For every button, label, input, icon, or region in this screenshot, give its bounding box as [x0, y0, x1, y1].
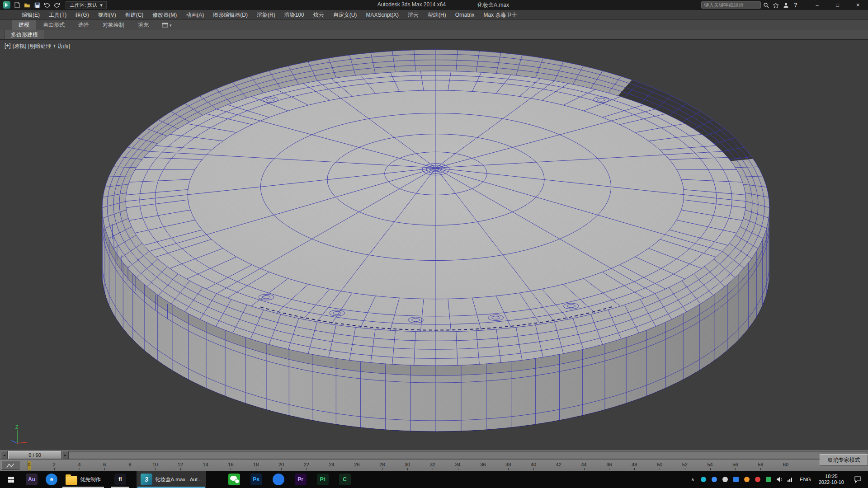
ribbon-tab-0[interactable]: 建模	[12, 20, 36, 30]
search-icon	[763, 2, 769, 8]
menu-item-2[interactable]: 组(G)	[71, 10, 93, 20]
menu-item-12[interactable]: MAXScript(X)	[361, 10, 403, 20]
viewport-pov-label[interactable]: [透视]	[13, 42, 27, 50]
clock-date: 2022-10-10	[819, 479, 844, 485]
workspace-dropdown[interactable]: 工作区: 默认 ▾	[66, 1, 107, 9]
menu-item-10[interactable]: 炫云	[309, 10, 329, 20]
tray-speaker-icon[interactable]	[776, 476, 783, 483]
window-title: Autodesk 3ds Max 2014 x64 化妆盒A.max	[377, 1, 509, 9]
menu-item-11[interactable]: 自定义(U)	[329, 10, 362, 20]
track-bar-ruler[interactable]: 0246810121416182022242628303234363840424…	[21, 460, 868, 471]
polygon-modeling-panel[interactable]: 多边形建模	[5, 30, 44, 39]
menu-item-8[interactable]: 渲染(R)	[252, 10, 280, 20]
taskbar-clock[interactable]: 18:25 2022-10-10	[819, 474, 844, 485]
trackbar-tick-8: 8	[128, 462, 131, 467]
maximize-icon: □	[836, 2, 839, 8]
tray-cloud-icon[interactable]	[711, 476, 718, 483]
input-language-indicator[interactable]: ENG	[800, 477, 811, 482]
tray-light-icon[interactable]	[722, 476, 729, 483]
time-slider-track[interactable]	[1, 451, 867, 459]
menu-item-1[interactable]: 工具(T)	[44, 10, 71, 20]
trackbar-tick-32: 32	[430, 462, 435, 467]
trackbar-tick-44: 44	[581, 462, 586, 467]
trackbar-tick-60: 60	[783, 462, 788, 467]
menu-item-7[interactable]: 图形编辑器(D)	[208, 10, 252, 20]
trackbar-tick-mark	[609, 468, 609, 470]
tray-network-icon[interactable]	[787, 476, 794, 483]
undo-button[interactable]	[42, 0, 52, 9]
ribbon-display-toggle[interactable]: ▾	[162, 20, 172, 30]
tray-red-icon[interactable]	[755, 476, 761, 483]
taskbar-app-premiere[interactable]: Pr	[291, 471, 311, 488]
ribbon-tab-2[interactable]: 选择	[71, 20, 96, 30]
windows-logo-icon	[8, 477, 14, 483]
infocenter-search-input[interactable]	[701, 1, 761, 9]
menu-item-3[interactable]: 视图(V)	[94, 10, 121, 20]
tray-blue-sq-icon[interactable]	[733, 476, 740, 483]
menu-item-9[interactable]: 渲染100	[280, 10, 309, 20]
app-title: Autodesk 3ds Max 2014 x64	[377, 1, 446, 9]
current-frame-button[interactable]: 0 / 60	[8, 451, 61, 459]
viewport-canvas	[0, 40, 868, 450]
next-frame-icon: ►	[64, 454, 67, 457]
viewport-shading-label[interactable]: [明暗处理 + 边面]	[28, 42, 70, 50]
taskbar-app-wechat[interactable]	[224, 471, 244, 488]
trackbar-tick-56: 56	[732, 462, 738, 467]
close-button[interactable]: ✕	[848, 0, 868, 10]
taskbar-app-edge[interactable]: e	[42, 471, 61, 488]
trackbar-tick-mark	[231, 468, 231, 470]
ribbon-tab-4[interactable]: 填充	[131, 20, 156, 30]
axis-z-label: Z	[15, 424, 19, 430]
mini-curve-editor-button[interactable]	[1, 461, 19, 470]
taskbar-app-app-pt[interactable]: Pt	[313, 471, 333, 488]
taskbar-app-app-c[interactable]: C	[335, 471, 355, 488]
taskbar-app-max-huazhuanghe[interactable]: 3化妆盒A.max - Aut...	[137, 471, 206, 488]
taskbar-app-audition[interactable]: Au	[22, 471, 42, 488]
ribbon-window-icon	[162, 23, 168, 28]
taskbar-app-app-fl[interactable]: fl	[110, 471, 130, 488]
taskbar-app-browser-blue[interactable]	[269, 471, 288, 488]
viewport-menu-button[interactable]: [+]	[5, 42, 11, 50]
tray-green-sq-icon[interactable]	[765, 476, 772, 483]
save-file-button[interactable]	[32, 0, 42, 9]
trackbar-tick-mark	[29, 468, 29, 470]
infocenter-search-button[interactable]	[761, 0, 771, 9]
open-file-button[interactable]	[22, 0, 32, 9]
ribbon-tab-3[interactable]: 对象绘制	[96, 20, 131, 30]
tray-orange-icon[interactable]	[744, 476, 750, 483]
trackbar-tick-10: 10	[152, 462, 158, 467]
menu-item-4[interactable]: 创建(C)	[121, 10, 148, 20]
next-frame-button[interactable]: ►	[62, 451, 69, 459]
favorites-button[interactable]	[771, 0, 781, 9]
ribbon-tab-1[interactable]: 自由形式	[36, 20, 71, 30]
new-scene-button[interactable]	[12, 0, 22, 9]
help-button[interactable]: ?	[791, 0, 801, 9]
viewport[interactable]: [+] [透视] [明暗处理 + 边面] Z	[0, 39, 868, 450]
taskbar-app-explorer-youxian[interactable]: 优先制作	[61, 471, 105, 488]
menu-item-16[interactable]: Max 杀毒卫士	[479, 10, 521, 20]
taskbar-app-photoshop[interactable]: Ps	[246, 471, 266, 488]
maximize-button[interactable]: □	[827, 0, 848, 10]
menu-item-6[interactable]: 动画(A)	[181, 10, 208, 20]
menu-item-15[interactable]: Ornatrix	[451, 10, 479, 20]
workspace-label: 工作区: 默认	[70, 2, 97, 9]
document-title: 化妆盒A.max	[477, 1, 509, 9]
sign-in-button[interactable]	[781, 0, 791, 9]
redo-button[interactable]	[52, 0, 62, 9]
hidden-icons-chevron-icon[interactable]: ∧	[689, 476, 696, 483]
tray-teal-icon[interactable]	[700, 476, 707, 483]
trackbar-tick-mark	[786, 468, 786, 470]
previous-frame-button[interactable]: ◄	[1, 451, 8, 459]
action-center-button[interactable]	[851, 471, 864, 488]
menu-item-0[interactable]: 编辑(E)	[17, 10, 44, 20]
trackbar-tick-mark	[357, 468, 357, 470]
max-application-menu-button[interactable]	[1, 0, 12, 9]
trackbar-tick-16: 16	[228, 462, 233, 467]
menu-item-13[interactable]: 渲云	[403, 10, 423, 20]
menu-item-14[interactable]: 帮助(H)	[423, 10, 451, 20]
start-button[interactable]	[0, 471, 22, 488]
cancel-expert-mode-button[interactable]: 取消专家模式	[820, 454, 868, 466]
menu-item-5[interactable]: 修改器(M)	[148, 10, 181, 20]
open-folder-icon	[24, 2, 30, 8]
minimize-button[interactable]: –	[807, 0, 827, 10]
